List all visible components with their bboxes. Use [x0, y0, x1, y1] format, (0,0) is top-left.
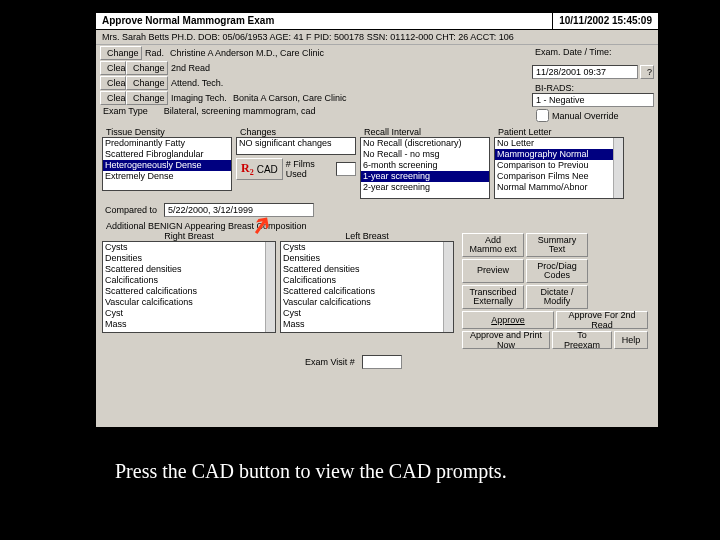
- list-item[interactable]: Comparison to Previou: [495, 160, 623, 171]
- list-item[interactable]: Mammography Normal: [495, 149, 623, 160]
- manual-override-label: Manual Override: [549, 111, 622, 121]
- right-breast-listbox[interactable]: CystsDensitiesScattered densitiesCalcifi…: [102, 241, 276, 333]
- proc-codes-button[interactable]: Proc/Diag Codes: [526, 259, 588, 283]
- list-item[interactable]: Calcifications: [103, 275, 275, 286]
- list-item[interactable]: Densities: [281, 253, 453, 264]
- list-item[interactable]: 2-year screening: [361, 182, 489, 193]
- changes-listbox[interactable]: NO significant changes: [236, 137, 356, 155]
- exam-visit-input[interactable]: [362, 355, 402, 369]
- r2-icon: R2: [241, 161, 254, 177]
- left-breast-listbox[interactable]: CystsDensitiesScattered densitiesCalcifi…: [280, 241, 454, 333]
- transcribed-button[interactable]: Transcribed Externally: [462, 285, 524, 309]
- list-item[interactable]: No Recall - no msg: [361, 149, 489, 160]
- films-used-input[interactable]: [336, 162, 356, 176]
- list-item[interactable]: Heterogeneously Dense: [103, 160, 231, 171]
- list-item[interactable]: Normal Mammo/Abnor: [495, 182, 623, 193]
- clear-2ndread-button[interactable]: Clear: [100, 61, 126, 75]
- attend-tech-label: Attend. Tech.: [168, 78, 226, 88]
- list-item[interactable]: Extremely Dense: [103, 171, 231, 182]
- list-item[interactable]: Scattered Fibroglandular: [103, 149, 231, 160]
- approve-exam-window: Approve Normal Mammogram Exam 10/11/2002…: [95, 12, 659, 428]
- patient-info-line: Mrs. Sarah Betts PH.D. DOB: 05/06/1953 A…: [96, 30, 658, 45]
- list-item[interactable]: Comparison Films Nee: [495, 171, 623, 182]
- tissue-density-title: Tissue Density: [102, 127, 232, 137]
- exam-date-label: Exam. Date / Time:: [532, 47, 654, 57]
- list-item[interactable]: Cysts: [281, 242, 453, 253]
- list-item[interactable]: No Recall (discretionary): [361, 138, 489, 149]
- list-item[interactable]: Scattered calcifications: [103, 286, 275, 297]
- birads-select[interactable]: 1 - Negative: [532, 93, 654, 107]
- clear-imaging-button[interactable]: Clear: [100, 91, 126, 105]
- list-item[interactable]: Vascular calcifications: [103, 297, 275, 308]
- clear-attend-button[interactable]: Clear: [100, 76, 126, 90]
- letter-listbox[interactable]: No LetterMammography NormalComparison to…: [494, 137, 624, 199]
- exam-type-label: Exam Type: [100, 106, 151, 116]
- manual-override-checkbox[interactable]: [536, 109, 549, 122]
- summary-text-button[interactable]: Summary Text: [526, 233, 588, 257]
- list-item[interactable]: Scattered densities: [281, 264, 453, 275]
- recall-listbox[interactable]: No Recall (discretionary)No Recall - no …: [360, 137, 490, 199]
- birads-label: BI-RADS:: [532, 83, 654, 93]
- list-item[interactable]: NO significant changes: [237, 138, 355, 149]
- approve-print-button[interactable]: Approve and Print Now: [462, 331, 550, 349]
- tissue-density-listbox[interactable]: Predominantly FattyScattered Fibroglandu…: [102, 137, 232, 191]
- list-item[interactable]: Calcifications: [281, 275, 453, 286]
- list-item[interactable]: Scattered calcifications: [281, 286, 453, 297]
- compared-to-input[interactable]: 5/22/2000, 3/12/1999: [164, 203, 314, 217]
- add-mammo-button[interactable]: Add Mammo ext: [462, 233, 524, 257]
- change-rad-button[interactable]: Change: [100, 46, 142, 60]
- change-imaging-button[interactable]: Change: [126, 91, 168, 105]
- list-item[interactable]: Mass: [103, 319, 275, 330]
- dictate-button[interactable]: Dictate / Modify: [526, 285, 588, 309]
- list-item[interactable]: 1-year screening: [361, 171, 489, 182]
- approve-button[interactable]: Approve: [462, 311, 554, 329]
- left-breast-title: Left Breast: [280, 231, 454, 241]
- exam-type-value: Bilateral, screening mammogram, cad: [161, 106, 319, 116]
- additional-title: Additional BENIGN Appearing Breast Compo…: [102, 221, 658, 231]
- exam-date-input[interactable]: 11/28/2001 09:37: [532, 65, 638, 79]
- change-2ndread-button[interactable]: Change: [126, 61, 168, 75]
- rad-value: Christine A Anderson M.D., Care Clinic: [167, 48, 327, 58]
- window-title: Approve Normal Mammogram Exam: [96, 13, 553, 29]
- window-timestamp: 10/11/2002 15:45:09: [553, 13, 658, 29]
- list-item[interactable]: Predominantly Fatty: [103, 138, 231, 149]
- films-used-label: # Films Used: [283, 159, 336, 179]
- list-item[interactable]: Cyst: [281, 308, 453, 319]
- compared-to-label: Compared to: [102, 205, 160, 215]
- exam-date-help-button[interactable]: ?: [640, 65, 654, 79]
- second-read-label: 2nd Read: [168, 63, 213, 73]
- help-button[interactable]: Help: [614, 331, 648, 349]
- preexam-button[interactable]: To Preexam: [552, 331, 612, 349]
- imaging-tech-label: Imaging Tech.: [168, 93, 230, 103]
- exam-visit-label: Exam Visit #: [302, 357, 358, 367]
- titlebar: Approve Normal Mammogram Exam 10/11/2002…: [96, 13, 658, 30]
- preview-button[interactable]: Preview: [462, 259, 524, 283]
- list-item[interactable]: Scattered densities: [103, 264, 275, 275]
- letter-title: Patient Letter: [494, 127, 624, 137]
- list-item[interactable]: Cyst: [103, 308, 275, 319]
- changes-title: Changes: [236, 127, 356, 137]
- cad-button[interactable]: R2 CAD: [236, 158, 283, 180]
- approve-2nd-button[interactable]: Approve For 2nd Read: [556, 311, 648, 329]
- recall-title: Recall Interval: [360, 127, 490, 137]
- list-item[interactable]: Vascular calcifications: [281, 297, 453, 308]
- list-item[interactable]: Densities: [103, 253, 275, 264]
- imaging-tech-value: Bonita A Carson, Care Clinic: [230, 93, 350, 103]
- list-item[interactable]: No Letter: [495, 138, 623, 149]
- list-item[interactable]: Cysts: [103, 242, 275, 253]
- list-item[interactable]: Mass: [281, 319, 453, 330]
- list-item[interactable]: 6-month screening: [361, 160, 489, 171]
- change-attend-button[interactable]: Change: [126, 76, 168, 90]
- rad-label: Rad.: [142, 48, 167, 58]
- slide-caption: Press the CAD button to view the CAD pro…: [115, 460, 507, 483]
- right-breast-title: Right Breast: [102, 231, 276, 241]
